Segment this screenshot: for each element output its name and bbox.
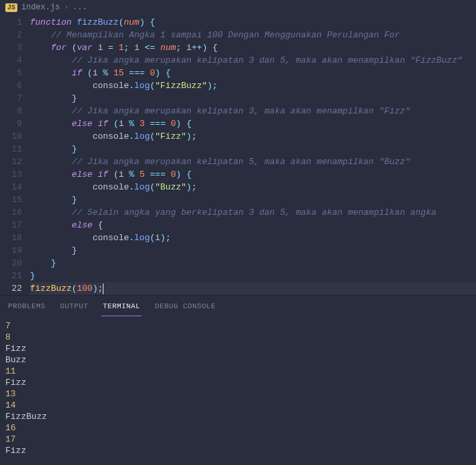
line-number-gutter: 1 2 3 4 5 6 7 8 9 10 11 12 13 14 15 16 1… — [0, 15, 30, 295]
code-line[interactable]: } — [30, 244, 476, 257]
tab-terminal[interactable]: TERMINAL — [101, 301, 142, 316]
code-line[interactable]: else if (i % 5 === 0) { — [30, 168, 476, 181]
code-line[interactable]: // Jika angka merupakan kelipatan 3, mak… — [30, 105, 476, 117]
bottom-panel: PROBLEMS OUTPUT TERMINAL DEBUG CONSOLE 7… — [0, 295, 476, 465]
code-area[interactable]: function fizzBuzz(num) { // Menampilkan … — [30, 15, 476, 295]
code-line[interactable]: } — [30, 92, 476, 105]
terminal-line: FizzBuzz — [5, 411, 471, 422]
terminal-line: 7 — [5, 320, 471, 332]
code-line[interactable]: function fizzBuzz(num) { — [30, 16, 476, 29]
panel-tabs: PROBLEMS OUTPUT TERMINAL DEBUG CONSOLE — [0, 296, 476, 316]
code-line[interactable]: fizzBuzz(100); — [30, 282, 476, 295]
chevron-right-icon: › — [64, 3, 69, 12]
code-line[interactable]: console.log("Fizz"); — [30, 130, 476, 143]
code-line[interactable]: } — [30, 257, 476, 270]
code-line[interactable]: if (i % 15 === 0) { — [30, 67, 476, 79]
code-line[interactable]: // Jika angka merupakan kelipatan 3 dan … — [30, 54, 476, 67]
code-line[interactable]: } — [30, 143, 476, 155]
terminal-line: Fizz — [5, 377, 471, 388]
code-line[interactable]: // Menampilkan Angka 1 sampai 100 Dengan… — [30, 29, 476, 41]
code-line[interactable]: console.log("Buzz"); — [30, 181, 476, 193]
terminal-line: Fizz — [5, 343, 471, 354]
code-line[interactable]: console.log(i); — [30, 231, 476, 244]
breadcrumb[interactable]: JS index.js › ... — [0, 0, 476, 15]
terminal-line: Buzz — [5, 354, 471, 366]
tab-debug-console[interactable]: DEBUG CONSOLE — [154, 301, 217, 316]
terminal-line: Fizz — [5, 445, 471, 456]
code-line[interactable]: // Selain angka yang berkelipatan 3 dan … — [30, 206, 476, 219]
code-line[interactable]: else { — [30, 219, 476, 231]
terminal-line: 17 — [5, 434, 471, 445]
tab-output[interactable]: OUTPUT — [59, 301, 89, 316]
terminal-output[interactable]: 78FizzBuzz11Fizz1314FizzBuzz1617Fizz — [0, 316, 476, 459]
breadcrumb-ellipsis[interactable]: ... — [73, 3, 87, 12]
code-line[interactable]: } — [30, 270, 476, 282]
breadcrumb-filename[interactable]: index.js — [21, 3, 60, 12]
code-line[interactable]: console.log("FizzBuzz"); — [30, 79, 476, 92]
terminal-line: 13 — [5, 388, 471, 400]
code-editor[interactable]: 1 2 3 4 5 6 7 8 9 10 11 12 13 14 15 16 1… — [0, 15, 476, 295]
code-line[interactable]: for (var i = 1; i <= num; i++) { — [30, 41, 476, 54]
terminal-line: 8 — [5, 332, 471, 343]
terminal-line: 14 — [5, 400, 471, 411]
js-file-icon: JS — [5, 3, 17, 12]
code-line[interactable]: // Jika angka merupakan kelipatan 5, mak… — [30, 155, 476, 168]
tab-problems[interactable]: PROBLEMS — [7, 301, 47, 316]
terminal-line: 11 — [5, 366, 471, 377]
code-line[interactable]: else if (i % 3 === 0) { — [30, 117, 476, 130]
terminal-line: 16 — [5, 422, 471, 434]
text-cursor — [103, 284, 103, 294]
code-line[interactable]: } — [30, 193, 476, 206]
